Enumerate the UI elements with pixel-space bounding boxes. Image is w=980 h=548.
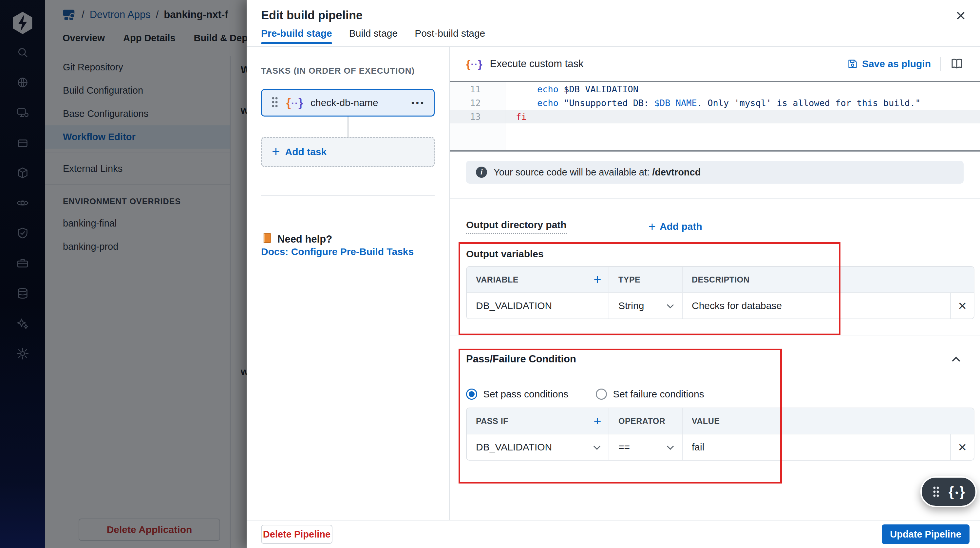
condition-value-input[interactable]: fail xyxy=(682,434,950,460)
script-braces-icon: {··} xyxy=(466,58,482,70)
tab-post-build-stage[interactable]: Post-build stage xyxy=(415,28,485,43)
section-divider xyxy=(450,198,980,199)
pass-if-select[interactable]: DB_VALIDATION xyxy=(467,434,609,460)
pass-failure-title: Pass/Failure Condition xyxy=(466,353,576,365)
script-braces-icon: {··} xyxy=(286,96,303,110)
drawer-header: Edit build pipeline × Pre-build stage Bu… xyxy=(247,0,980,47)
table-header-row: PASS IF+ OPERATOR VALUE xyxy=(467,408,974,434)
output-variables-title: Output variables xyxy=(466,248,964,260)
script-code-editor[interactable]: 11 echo $DB_VALIDATION12 echo "Unsupport… xyxy=(450,81,980,152)
need-help-row: Need help? xyxy=(261,232,434,246)
drag-handle-icon[interactable] xyxy=(270,97,279,109)
tasks-panel: TASKS (IN ORDER OF EXECUTION) {··} check… xyxy=(247,47,450,520)
chevron-down-icon xyxy=(667,301,674,308)
book-emoji-icon xyxy=(261,232,272,246)
set-failure-conditions-radio[interactable]: Set failure conditions xyxy=(596,389,704,400)
code-line[interactable]: 12 echo "Unsupported DB: $DB_NAME. Only … xyxy=(450,96,980,110)
add-variable-icon[interactable]: + xyxy=(593,272,601,287)
screen: / Devtron Apps / banking-nxt-f Overview … xyxy=(0,0,980,548)
update-pipeline-button[interactable]: Update Pipeline xyxy=(882,524,969,544)
output-directory-row: Output directory path + Add path xyxy=(466,219,964,234)
plus-icon: + xyxy=(272,144,280,160)
stage-tabs: Pre-build stage Build stage Post-build s… xyxy=(247,27,980,43)
task-detail-header: {··} Execute custom task Save as plugin xyxy=(450,47,980,81)
page-title: Edit build pipeline xyxy=(261,8,363,22)
drag-dots-icon xyxy=(932,486,940,497)
delete-pipeline-button[interactable]: Delete Pipeline xyxy=(261,525,332,544)
table-row: DB_VALIDATION == fail × xyxy=(467,434,974,460)
chevron-up-icon[interactable] xyxy=(952,356,960,365)
tab-pre-build-stage[interactable]: Pre-build stage xyxy=(261,28,332,43)
edit-build-pipeline-drawer: Edit build pipeline × Pre-build stage Bu… xyxy=(247,0,980,548)
code-line[interactable]: 13fi xyxy=(450,110,980,124)
operator-select[interactable]: == xyxy=(609,434,682,460)
remove-variable-icon[interactable]: × xyxy=(958,297,967,314)
chevron-down-icon xyxy=(593,443,600,450)
docs-book-icon[interactable] xyxy=(950,57,964,71)
remove-condition-icon[interactable]: × xyxy=(958,439,967,455)
radio-selected-icon xyxy=(466,389,477,400)
pass-failure-header: Pass/Failure Condition xyxy=(466,352,964,366)
pass-conditions-table: PASS IF+ OPERATOR VALUE DB_VALIDATION ==… xyxy=(466,408,974,461)
task-type-title: Execute custom task xyxy=(490,58,583,70)
radio-unselected-icon xyxy=(596,389,607,400)
docs-configure-pre-build-link[interactable]: Docs: Configure Pre-Build Tasks xyxy=(261,246,414,257)
section-divider xyxy=(450,335,980,336)
code-editor-empty-area[interactable] xyxy=(450,124,980,150)
table-row: DB_VALIDATION String Checks for database… xyxy=(467,292,974,319)
info-icon: i xyxy=(476,167,487,178)
variable-description-input[interactable]: Checks for database xyxy=(682,293,950,319)
variable-type-select[interactable]: String xyxy=(609,293,682,319)
close-icon[interactable]: × xyxy=(956,7,966,24)
script-braces-icon: {•} xyxy=(948,484,965,500)
save-as-plugin-button[interactable]: Save as plugin xyxy=(847,58,931,69)
drawer-footer: Delete Pipeline Update Pipeline xyxy=(247,520,980,548)
source-path: /devtroncd xyxy=(652,167,701,178)
add-path-button[interactable]: + Add path xyxy=(649,220,702,234)
task-card-check-db-name[interactable]: {··} check-db-name ••• xyxy=(261,89,434,116)
add-task-button[interactable]: + Add task xyxy=(261,137,434,167)
task-detail-panel: {··} Execute custom task Save as plugin xyxy=(450,47,980,520)
code-lines: 11 echo $DB_VALIDATION12 echo "Unsupport… xyxy=(450,82,980,124)
output-directory-label[interactable]: Output directory path xyxy=(466,219,566,234)
task-more-menu-icon[interactable]: ••• xyxy=(411,98,425,108)
set-pass-conditions-radio[interactable]: Set pass conditions xyxy=(466,389,568,400)
tab-build-stage[interactable]: Build stage xyxy=(349,28,398,43)
variable-name-input[interactable]: DB_VALIDATION xyxy=(467,293,609,319)
source-code-info-banner: i Your source code will be available at:… xyxy=(466,161,964,184)
table-header-row: VARIABLE+ TYPE DESCRIPTION xyxy=(467,267,974,292)
tasks-divider xyxy=(261,195,434,196)
chevron-down-icon xyxy=(667,443,674,450)
output-variables-table: VARIABLE+ TYPE DESCRIPTION DB_VALIDATION… xyxy=(466,266,974,319)
task-name: check-db-name xyxy=(310,97,378,108)
task-connector-line xyxy=(347,116,348,137)
condition-type-radios: Set pass conditions Set failure conditio… xyxy=(466,387,964,401)
floating-widget-toggle[interactable]: {•} xyxy=(920,476,977,507)
header-divider xyxy=(940,57,941,71)
tasks-heading: TASKS (IN ORDER OF EXECUTION) xyxy=(261,66,434,76)
add-condition-icon[interactable]: + xyxy=(593,414,601,429)
plus-icon: + xyxy=(649,220,656,234)
code-line[interactable]: 11 echo $DB_VALIDATION xyxy=(450,82,980,96)
